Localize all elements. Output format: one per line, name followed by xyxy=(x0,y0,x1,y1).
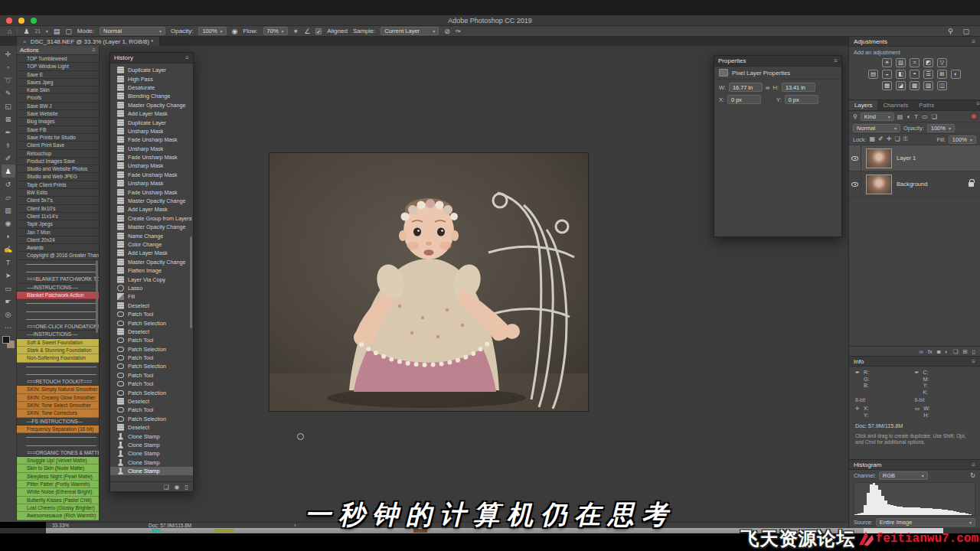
history-step[interactable]: Unsharp Mask xyxy=(110,161,193,170)
tab-channels[interactable]: Channels xyxy=(877,100,913,110)
levels-icon[interactable]: ▥ xyxy=(896,58,906,67)
workspace-switcher-icon[interactable]: ▢ xyxy=(962,28,969,35)
history-step[interactable]: Add Layer Mask xyxy=(110,205,193,214)
toolbar-ellipsis[interactable]: ⋯ xyxy=(2,321,15,334)
history-step[interactable]: High Pass xyxy=(110,74,193,83)
quick-selection-tool[interactable]: ✎ xyxy=(2,86,15,99)
brush-preset-dropdown-icon[interactable]: ▾ xyxy=(46,28,48,34)
y-field[interactable]: 0 px xyxy=(785,95,818,104)
action-item[interactable]: Snuggle Up! (Velvet Matte) xyxy=(17,457,99,465)
action-item[interactable]: Retouchup xyxy=(17,150,99,158)
layer-visibility-toggle[interactable] xyxy=(849,171,861,197)
history-step[interactable]: Fade Unsharp Mask xyxy=(110,171,193,179)
filter-smart-objects-icon[interactable]: ❏ xyxy=(932,113,937,120)
color-balance-icon[interactable]: ◒ xyxy=(882,70,892,79)
mode-select[interactable]: Normal▾ xyxy=(100,27,165,35)
history-step[interactable]: Patch Selection xyxy=(110,345,193,354)
history-step[interactable]: Clone Stamp xyxy=(110,432,193,440)
action-item[interactable]: ---FS INSTRUCTIONS--- xyxy=(17,418,99,425)
action-item[interactable]: SKIN: Creamy Glow Smoother xyxy=(17,394,99,402)
search-icon[interactable]: ⚲ xyxy=(948,28,953,35)
foreground-color-swatch[interactable] xyxy=(2,336,10,344)
history-step[interactable]: Clone Stamp xyxy=(110,467,193,475)
history-step[interactable]: Lasso xyxy=(110,284,193,292)
tab-layers[interactable]: Layers xyxy=(849,100,877,110)
properties-panel-header[interactable]: Properties ≡ xyxy=(714,56,841,67)
marquee-tool[interactable]: ▫ xyxy=(2,60,15,73)
history-step[interactable]: Clone Stamp xyxy=(110,441,193,449)
opacity-select[interactable]: 100%▾ xyxy=(198,27,226,35)
selective-color-icon[interactable]: ▨ xyxy=(923,81,933,90)
healing-brush-tool[interactable]: ⚕ xyxy=(2,139,15,152)
flow-select[interactable]: 70%▾ xyxy=(263,27,288,35)
airbrush-icon[interactable]: ✴ xyxy=(293,28,299,35)
tab-paths[interactable]: Paths xyxy=(913,100,939,110)
move-tool[interactable]: ✛ xyxy=(2,47,15,60)
link-layers-icon[interactable]: ∞ xyxy=(920,348,923,355)
filter-adjustment-layers-icon[interactable]: ◐ xyxy=(906,113,910,120)
gradient-map-icon[interactable]: ▩ xyxy=(910,81,920,90)
clone-stamp-preset-icon[interactable]: ♟ xyxy=(23,28,29,35)
history-brush-tool[interactable]: ↺ xyxy=(2,178,15,191)
clone-stamp-tool[interactable]: ♟ xyxy=(2,165,15,178)
home-icon[interactable]: ⌂ xyxy=(8,28,11,35)
layer-row[interactable]: Layer 1 xyxy=(849,145,980,171)
exposure-icon[interactable]: ◩ xyxy=(923,58,933,67)
action-item[interactable]: Frequency Separation (16 bit) xyxy=(17,425,99,433)
layer-thumbnail[interactable] xyxy=(866,174,892,194)
history-step[interactable]: Deselect xyxy=(110,423,193,432)
actions-scrollbar[interactable] xyxy=(96,260,98,333)
action-item[interactable]: Studio and Website Photos xyxy=(17,165,99,173)
lock-paint-icon[interactable]: ✐ xyxy=(878,135,884,143)
layer-style-icon[interactable]: fx xyxy=(928,348,933,355)
link-dimensions-icon[interactable]: ∞ xyxy=(766,84,769,91)
history-step[interactable]: Duplicate Layer xyxy=(110,66,193,74)
black-white-icon[interactable]: ◧ xyxy=(896,70,906,79)
pressure-opacity-icon[interactable]: ◉ xyxy=(232,28,238,35)
history-step[interactable]: Fade Unsharp Mask xyxy=(110,187,193,196)
action-item[interactable]: BW Edits xyxy=(17,189,99,197)
history-step[interactable]: Name Change xyxy=(110,231,193,240)
action-item[interactable]: SKIN: Simply Natural Smoother xyxy=(17,386,99,393)
action-item[interactable]: Soft & Sweet Foundation xyxy=(17,339,99,347)
panel-menu-icon[interactable]: ≡ xyxy=(834,57,838,64)
ignore-adjustment-layers-icon[interactable]: ⊘ xyxy=(444,28,450,35)
action-item[interactable]: Awesomesauce (Rich Warmth) xyxy=(17,512,99,520)
threshold-icon[interactable]: ◪ xyxy=(896,81,906,90)
hue-saturation-icon[interactable]: ▤ xyxy=(868,70,878,79)
layer-opacity-select[interactable]: 100%▾ xyxy=(927,124,955,132)
blend-mode-select[interactable]: Normal▾ xyxy=(853,124,900,132)
filter-toggle-icon[interactable] xyxy=(972,114,976,119)
new-doc-from-state-icon[interactable]: ❏ xyxy=(163,484,168,491)
action-item[interactable]: White Noise (Ethereal Bright) xyxy=(17,488,99,496)
photo-filter-icon[interactable]: ◓ xyxy=(910,70,920,79)
status-chevron-icon[interactable]: › xyxy=(294,523,296,528)
dock-app-teal[interactable] xyxy=(152,529,161,533)
history-step[interactable]: Unsharp Mask xyxy=(110,145,193,153)
action-item[interactable]: Skin to Skin (Nude Matte) xyxy=(17,465,99,472)
lock-artboard-icon[interactable]: ❏ xyxy=(894,135,900,143)
height-field[interactable]: 13.41 in xyxy=(782,83,815,92)
history-step[interactable]: Patch Tool xyxy=(110,371,193,380)
history-step[interactable]: Fade Unsharp Mask xyxy=(110,135,193,144)
brush-angle-icon[interactable]: ∠ xyxy=(304,28,310,35)
panel-menu-icon[interactable]: ≡ xyxy=(185,54,189,61)
history-panel-header[interactable]: History ≡ xyxy=(110,53,193,64)
eraser-tool[interactable]: ▱ xyxy=(2,191,15,204)
action-item[interactable]: Tapir Client Prints xyxy=(17,181,99,189)
action-item[interactable]: Studio and Web JPEG xyxy=(17,173,99,181)
lock-all-icon[interactable]: ⚿ xyxy=(903,135,908,143)
lock-transparency-icon[interactable]: ▦ xyxy=(869,135,875,143)
history-step[interactable]: Duplicate Layer xyxy=(110,118,193,126)
toggle-brush-settings-icon[interactable]: ▤ xyxy=(54,28,60,35)
history-step[interactable]: Create Group from Layers xyxy=(110,214,193,223)
history-step[interactable]: Add Layer Mask xyxy=(110,249,193,257)
source-select[interactable]: Entire Image▾ xyxy=(876,518,975,527)
action-item[interactable]: Blog Images xyxy=(17,118,99,126)
filter-shape-layers-icon[interactable]: ▭ xyxy=(922,113,928,120)
brush-tool[interactable]: ✐ xyxy=(2,152,15,165)
action-item[interactable]: Client 11x14's xyxy=(17,213,99,220)
lock-position-icon[interactable]: ✛ xyxy=(887,135,892,143)
action-item[interactable]: ----INSTRUCTIONS---- xyxy=(17,331,99,338)
action-item[interactable]: Blanket Patchwork Action xyxy=(17,292,99,299)
